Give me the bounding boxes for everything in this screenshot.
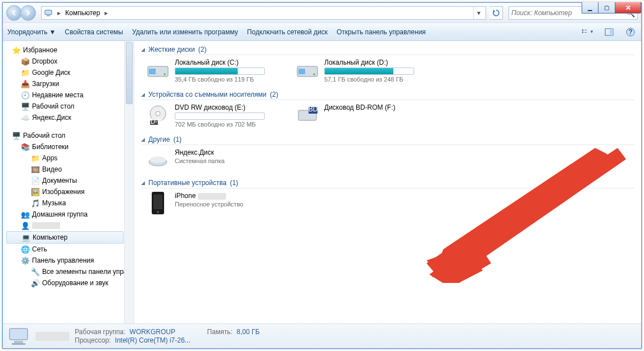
user-icon: 👤: [21, 221, 30, 230]
sidebar-item-videos[interactable]: 🎞️Видео: [5, 164, 134, 175]
forward-button[interactable]: [20, 5, 36, 21]
drive-f-bdrom[interactable]: BD Дисковод BD-ROM (F:): [295, 104, 436, 128]
sidebar-scrollbar[interactable]: [124, 41, 134, 323]
sidebar-item-desktop-fav[interactable]: 🖥️Рабочий стол: [5, 101, 134, 112]
sidebar-item-label: Dropbox: [32, 57, 57, 65]
hardware-icon: 🔊: [31, 278, 40, 287]
system-properties-button[interactable]: Свойства системы: [65, 28, 123, 36]
drive-name: Дисковод BD-ROM (F:): [324, 104, 436, 111]
item-name: Яндекс.Диск: [175, 148, 286, 156]
organize-menu[interactable]: Упорядочить ▼: [7, 28, 56, 36]
sidebar-item-homegroup[interactable]: 👥Домашняя группа: [5, 209, 134, 220]
sidebar-item-pictures[interactable]: 🖼️Изображения: [5, 186, 134, 197]
address-history-dropdown[interactable]: ▾: [473, 7, 483, 19]
downloads-icon: 📥: [21, 79, 30, 88]
iphone-name-redacted: [198, 193, 226, 200]
uninstall-program-button[interactable]: Удалить или изменить программу: [132, 28, 238, 36]
sidebar-item-user[interactable]: 👤: [5, 220, 134, 231]
help-button[interactable]: ?: [624, 28, 637, 37]
navigation-pane: ⭐Избранное 📦Dropbox 📁Google Диск 📥Загруз…: [3, 41, 134, 323]
svg-marker-32: [429, 241, 488, 283]
minimize-button[interactable]: ▁: [582, 2, 598, 14]
svg-rect-11: [149, 69, 156, 74]
group-count: (2): [270, 91, 278, 98]
details-pane: Рабочая группа: WORKGROUP Память: 8,00 Г…: [3, 323, 641, 348]
map-network-drive-button[interactable]: Подключить сетевой диск: [247, 28, 328, 36]
svg-rect-14: [298, 69, 305, 74]
favorites-node[interactable]: ⭐Избранное: [5, 44, 134, 56]
sidebar-item-all-control-panel[interactable]: 🔧Все элементы панели управле: [5, 266, 134, 277]
sidebar-item-label: Панель управления: [32, 256, 94, 264]
homegroup-icon: 👥: [21, 210, 30, 219]
group-header[interactable]: ◢Устройства со съемными носителями (2): [141, 91, 634, 100]
favorites-label: Избранное: [23, 46, 57, 54]
video-icon: 🎞️: [31, 165, 40, 174]
sidebar-item-downloads[interactable]: 📥Загрузки: [5, 78, 134, 89]
workgroup-label: Рабочая группа:: [75, 328, 128, 336]
svg-rect-0: [45, 10, 52, 15]
sidebar-item-label: Сеть: [32, 245, 47, 253]
drive-d[interactable]: Локальный диск (D:) 57,1 ГБ свободно из …: [295, 58, 436, 83]
drive-subtext: 35,4 ГБ свободно из 119 ГБ: [175, 76, 286, 83]
view-options-button[interactable]: ▼: [582, 28, 594, 37]
group-header[interactable]: ◢Другие (1): [141, 136, 634, 145]
group-title: Портативные устройства: [148, 179, 226, 187]
group-title: Устройства со съемными носителями: [148, 91, 266, 98]
sidebar-item-computer[interactable]: 💻Компьютер: [6, 231, 124, 244]
collapse-icon: ◢: [141, 92, 145, 97]
sidebar-item-hardware-sound[interactable]: 🔊Оборудование и звук: [5, 277, 134, 289]
group-header[interactable]: ◢Портативные устройства (1): [141, 179, 634, 188]
svg-rect-35: [12, 343, 25, 345]
sidebar-item-google-disk[interactable]: 📁Google Диск: [5, 67, 134, 78]
open-control-panel-button[interactable]: Открыть панель управления: [337, 28, 426, 36]
usage-bar: [324, 68, 414, 75]
sidebar-item-network[interactable]: 🌐Сеть: [5, 244, 134, 255]
scrollbar-thumb[interactable]: [126, 42, 133, 104]
sidebar-item-yandex-disk-fav[interactable]: ☁️Яндекс.Диск: [5, 112, 134, 123]
view-icon: [582, 28, 589, 37]
svg-point-12: [164, 73, 166, 75]
group-header[interactable]: ◢Жесткие диски (2): [141, 46, 634, 55]
drive-e-dvd[interactable]: CD-R DVD RW дисковод (E:) 702 МБ свободн…: [146, 104, 286, 128]
svg-text:BD: BD: [309, 105, 318, 113]
svg-point-17: [156, 111, 160, 116]
details-grid: Рабочая группа: WORKGROUP Память: 8,00 Г…: [75, 328, 260, 344]
maximize-button[interactable]: ▢: [598, 2, 615, 14]
sidebar-item-label: Оборудование и звук: [42, 279, 108, 287]
breadcrumb-arrow-icon[interactable]: ▸: [103, 9, 109, 17]
sidebar-item-label: Рабочий стол: [32, 102, 74, 110]
sidebar-item-music[interactable]: 🎵Музыка: [5, 197, 134, 209]
cpu-value: Intel(R) Core(TM) i7-26...: [115, 336, 191, 344]
bdrom-icon: BD: [295, 104, 320, 126]
item-iphone[interactable]: iPhone Переносное устройство: [146, 192, 286, 214]
breadcrumb-arrow-icon[interactable]: ▸: [56, 9, 62, 17]
sidebar-item-recent[interactable]: 🕘Недавние места: [5, 89, 134, 101]
sidebar-item-label: Apps: [42, 154, 57, 162]
svg-marker-31: [427, 241, 483, 283]
svg-point-27: [157, 211, 159, 213]
close-button[interactable]: ✕: [615, 2, 641, 14]
refresh-icon: [492, 9, 500, 17]
sidebar-item-apps[interactable]: 📁Apps: [5, 152, 134, 164]
sidebar-item-label: Загрузки: [32, 80, 59, 88]
sidebar-item-documents[interactable]: 📄Документы: [5, 175, 134, 186]
breadcrumb-segment[interactable]: Компьютер: [65, 9, 100, 17]
address-bar[interactable]: ▸ Компьютер ▸ ▾: [41, 6, 486, 20]
item-subtext: Переносное устройство: [175, 201, 286, 208]
refresh-button[interactable]: [489, 6, 503, 20]
libraries-node[interactable]: 📚Библиотеки: [5, 141, 134, 152]
sidebar-item-dropbox[interactable]: 📦Dropbox: [5, 56, 134, 67]
desktop-node[interactable]: 🖥️Рабочий стол: [5, 130, 134, 141]
group-count: (1): [173, 136, 182, 143]
drive-name: Локальный диск (C:): [175, 58, 286, 66]
group-count: (2): [198, 46, 207, 53]
iphone-icon: [146, 192, 170, 214]
drive-c[interactable]: Локальный диск (C:) 35,4 ГБ свободно из …: [146, 58, 286, 83]
sidebar-item-control-panel[interactable]: ⚙️Панель управления: [5, 255, 134, 266]
preview-pane-button[interactable]: [603, 28, 615, 36]
back-button[interactable]: [6, 5, 22, 21]
control-panel-icon: 🔧: [31, 267, 40, 276]
network-icon: 🌐: [21, 245, 30, 254]
sidebar-item-label: Документы: [42, 177, 77, 184]
item-yandex-disk[interactable]: Яндекс.Диск Системная папка: [146, 148, 286, 171]
